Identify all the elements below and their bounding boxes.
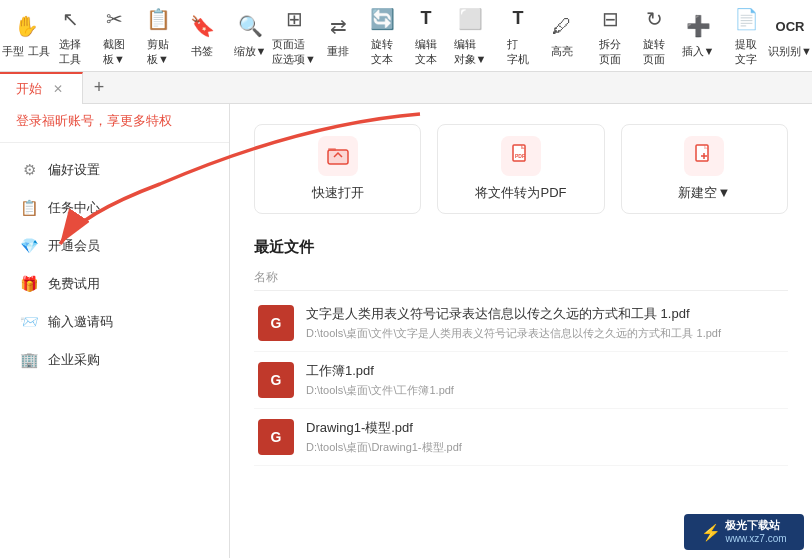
toolbar-zoom[interactable]: 🔍 缩放▼ xyxy=(228,0,272,71)
files-col-header: 名称 xyxy=(254,265,788,291)
tab-start[interactable]: 开始 ✕ xyxy=(0,72,83,104)
new-blank-label: 新建空▼ xyxy=(678,184,730,202)
action-quick-open[interactable]: 快速打开 xyxy=(254,124,421,214)
file-icon-0: G xyxy=(258,305,294,341)
zoom-icon: 🔍 xyxy=(236,12,264,40)
convert-pdf-icon: PDF xyxy=(501,136,541,176)
preferences-icon: ⚙ xyxy=(20,161,38,179)
clipboard-icon: 📋 xyxy=(144,5,172,33)
watermark-url: www.xz7.com xyxy=(725,533,786,545)
toolbar-reflow-label: 重排 xyxy=(327,44,349,59)
toolbar-clipboard[interactable]: 📋 剪贴板▼ xyxy=(136,0,180,71)
sidebar-item-membership[interactable]: 💎 开通会员 xyxy=(0,227,229,265)
sidebar-item-invite-code[interactable]: 📨 输入邀请码 xyxy=(0,303,229,341)
toolbar-rotate-page[interactable]: ↻ 旋转页面 xyxy=(632,0,676,71)
extract-text-icon: 📄 xyxy=(732,5,760,33)
toolbar-rotate-page-label: 旋转页面 xyxy=(643,37,665,67)
file-item-1[interactable]: G 工作簿1.pdf D:\tools\桌面\文件\工作簿1.pdf xyxy=(254,352,788,409)
sidebar-item-free-trial[interactable]: 🎁 免费试用 xyxy=(0,265,229,303)
toolbar-select-tool[interactable]: ↖ 选择工具 xyxy=(48,0,92,71)
reflow-icon: ⇄ xyxy=(324,12,352,40)
typewriter-icon: T xyxy=(504,5,532,33)
toolbar-rotate-text-label: 旋转文本 xyxy=(371,37,393,67)
sidebar-item-enterprise-label: 企业采购 xyxy=(48,351,100,369)
toolbar-extract-text-label: 提取文字 xyxy=(735,37,757,67)
toolbar-screenshot[interactable]: ✂ 截图板▼ xyxy=(92,0,136,71)
login-text: 登录福昕账号，享更多特权 xyxy=(16,113,172,128)
file-item-2[interactable]: G Drawing1-模型.pdf D:\tools\桌面\Drawing1-模… xyxy=(254,409,788,466)
file-path-1: D:\tools\桌面\文件\工作簿1.pdf xyxy=(306,383,454,398)
svg-rect-2 xyxy=(328,148,336,151)
toolbar-zoom-label: 缩放▼ xyxy=(234,44,267,59)
sidebar-item-enterprise[interactable]: 🏢 企业采购 xyxy=(0,341,229,379)
toolbar-edit-text[interactable]: T 编辑文本 xyxy=(404,0,448,71)
file-name-2: Drawing1-模型.pdf xyxy=(306,419,462,437)
toolbar-highlight[interactable]: 🖊 高亮 xyxy=(540,0,584,71)
toolbar-typewriter-label: 打字机 xyxy=(507,37,529,67)
sidebar-item-preferences[interactable]: ⚙ 偏好设置 xyxy=(0,151,229,189)
file-path-2: D:\tools\桌面\Drawing1-模型.pdf xyxy=(306,440,462,455)
toolbar-ocr[interactable]: OCR 识别别▼ xyxy=(768,0,812,71)
tab-close-button[interactable]: ✕ xyxy=(50,81,66,97)
sidebar-item-task-center[interactable]: 📋 任务中心 xyxy=(0,189,229,227)
tab-add-button[interactable]: + xyxy=(83,72,115,104)
quick-actions: 快速打开 PDF 将文件转为PDF xyxy=(254,124,788,214)
sidebar-item-invite-code-label: 输入邀请码 xyxy=(48,313,113,331)
free-trial-icon: 🎁 xyxy=(20,275,38,293)
file-icon-2: G xyxy=(258,419,294,455)
watermark-icon: ⚡ xyxy=(701,523,721,542)
rotate-text-icon: 🔄 xyxy=(368,5,396,33)
sidebar-item-preferences-label: 偏好设置 xyxy=(48,161,100,179)
toolbar-page-fit-label: 页面适应选项▼ xyxy=(272,37,316,67)
content-area: 快速打开 PDF 将文件转为PDF xyxy=(230,104,812,558)
toolbar-split-page-label: 拆分页面 xyxy=(599,37,621,67)
page-fit-icon: ⊞ xyxy=(280,5,308,33)
toolbar-split-page[interactable]: ⊟ 拆分页面 xyxy=(588,0,632,71)
sidebar-login-prompt[interactable]: 登录福昕账号，享更多特权 xyxy=(0,104,229,143)
sidebar-item-membership-label: 开通会员 xyxy=(48,237,100,255)
toolbar-select-label: 选择工具 xyxy=(59,37,81,67)
file-item-0[interactable]: G 文字是人类用表义符号记录表达信息以传之久远的方式和工具 1.pdf D:\t… xyxy=(254,295,788,352)
toolbar-clipboard-label: 剪贴板▼ xyxy=(147,37,169,67)
screenshot-icon: ✂ xyxy=(100,5,128,33)
new-blank-icon xyxy=(684,136,724,176)
toolbar-hand-label: 手型 工具 xyxy=(2,44,49,59)
main-area: 登录福昕账号，享更多特权 ⚙ 偏好设置 📋 任务中心 💎 开通会员 🎁 免费试用… xyxy=(0,104,812,558)
file-icon-1: G xyxy=(258,362,294,398)
membership-icon: 💎 xyxy=(20,237,38,255)
action-convert-pdf[interactable]: PDF 将文件转为PDF xyxy=(437,124,604,214)
insert-icon: ➕ xyxy=(684,12,712,40)
watermark-text-block: 极光下载站 www.xz7.com xyxy=(725,519,786,544)
toolbar-hand-tool[interactable]: ✋ 手型 工具 xyxy=(4,0,48,71)
split-page-icon: ⊟ xyxy=(596,5,624,33)
bookmark-icon: 🔖 xyxy=(188,12,216,40)
edit-object-icon: ⬜ xyxy=(456,5,484,33)
file-info-2: Drawing1-模型.pdf D:\tools\桌面\Drawing1-模型.… xyxy=(306,419,462,455)
watermark-site-name: 极光下载站 xyxy=(725,519,786,532)
toolbar-page-fit[interactable]: ⊞ 页面适应选项▼ xyxy=(272,0,316,71)
quick-open-icon xyxy=(318,136,358,176)
file-info-0: 文字是人类用表义符号记录表达信息以传之久远的方式和工具 1.pdf D:\too… xyxy=(306,305,721,341)
toolbar-edit-object[interactable]: ⬜ 编辑对象▼ xyxy=(448,0,492,71)
invite-code-icon: 📨 xyxy=(20,313,38,331)
toolbar-edit-object-label: 编辑对象▼ xyxy=(454,37,487,67)
toolbar-insert[interactable]: ➕ 插入▼ xyxy=(676,0,720,71)
recent-files-title: 最近文件 xyxy=(254,238,788,257)
toolbar-edit-text-label: 编辑文本 xyxy=(415,37,437,67)
tab-start-label: 开始 xyxy=(16,80,42,98)
ocr-icon: OCR xyxy=(776,12,804,40)
toolbar-rotate-text[interactable]: 🔄 旋转文本 xyxy=(360,0,404,71)
toolbar-bookmark[interactable]: 🔖 书签 xyxy=(180,0,224,71)
toolbar-typewriter[interactable]: T 打字机 xyxy=(496,0,540,71)
convert-pdf-label: 将文件转为PDF xyxy=(475,184,566,202)
toolbar-extract-text[interactable]: 📄 提取文字 xyxy=(724,0,768,71)
toolbar-screenshot-label: 截图板▼ xyxy=(103,37,125,67)
toolbar-bookmark-label: 书签 xyxy=(191,44,213,59)
sidebar: 登录福昕账号，享更多特权 ⚙ 偏好设置 📋 任务中心 💎 开通会员 🎁 免费试用… xyxy=(0,104,230,558)
watermark: ⚡ 极光下载站 www.xz7.com xyxy=(684,514,804,550)
sidebar-item-task-center-label: 任务中心 xyxy=(48,199,100,217)
highlight-icon: 🖊 xyxy=(548,12,576,40)
file-path-0: D:\tools\桌面\文件\文字是人类用表义符号记录表达信息以传之久远的方式和… xyxy=(306,326,721,341)
toolbar-reflow[interactable]: ⇄ 重排 xyxy=(316,0,360,71)
action-new-blank[interactable]: 新建空▼ xyxy=(621,124,788,214)
